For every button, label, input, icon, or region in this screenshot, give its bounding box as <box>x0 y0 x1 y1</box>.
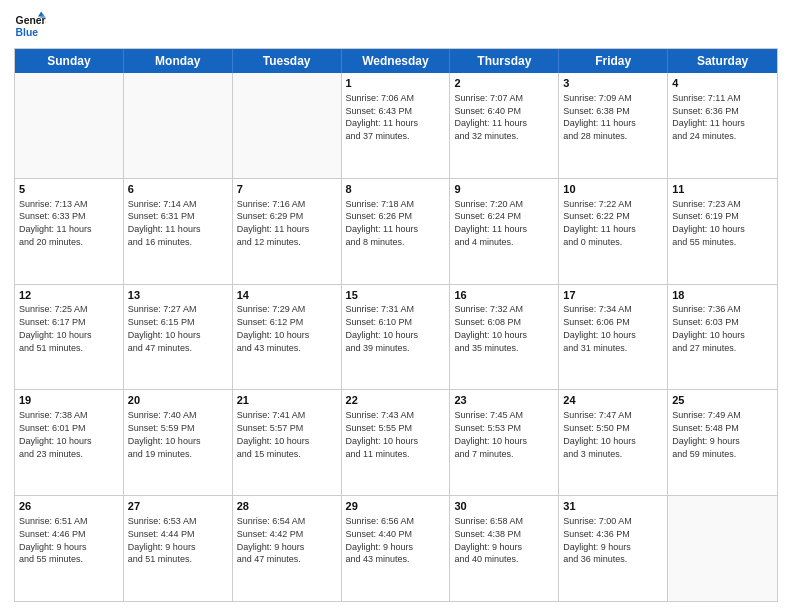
calendar-day-31: 31Sunrise: 7:00 AMSunset: 4:36 PMDayligh… <box>559 496 668 601</box>
day-details: Sunrise: 7:07 AMSunset: 6:40 PMDaylight:… <box>454 93 527 141</box>
calendar-week-5: 26Sunrise: 6:51 AMSunset: 4:46 PMDayligh… <box>15 496 777 601</box>
day-details: Sunrise: 7:14 AMSunset: 6:31 PMDaylight:… <box>128 199 201 247</box>
day-details: Sunrise: 7:47 AMSunset: 5:50 PMDaylight:… <box>563 410 636 458</box>
calendar-day-30: 30Sunrise: 6:58 AMSunset: 4:38 PMDayligh… <box>450 496 559 601</box>
day-details: Sunrise: 6:53 AMSunset: 4:44 PMDaylight:… <box>128 516 197 564</box>
day-number: 10 <box>563 182 663 197</box>
day-number: 24 <box>563 393 663 408</box>
calendar-day-16: 16Sunrise: 7:32 AMSunset: 6:08 PMDayligh… <box>450 285 559 390</box>
day-details: Sunrise: 7:13 AMSunset: 6:33 PMDaylight:… <box>19 199 92 247</box>
calendar-day-21: 21Sunrise: 7:41 AMSunset: 5:57 PMDayligh… <box>233 390 342 495</box>
day-number: 17 <box>563 288 663 303</box>
calendar-day-29: 29Sunrise: 6:56 AMSunset: 4:40 PMDayligh… <box>342 496 451 601</box>
day-details: Sunrise: 7:40 AMSunset: 5:59 PMDaylight:… <box>128 410 201 458</box>
header: General Blue <box>14 10 778 42</box>
day-details: Sunrise: 7:22 AMSunset: 6:22 PMDaylight:… <box>563 199 636 247</box>
calendar-day-empty <box>668 496 777 601</box>
page: General Blue SundayMondayTuesdayWednesda… <box>0 0 792 612</box>
calendar-day-12: 12Sunrise: 7:25 AMSunset: 6:17 PMDayligh… <box>15 285 124 390</box>
calendar-day-22: 22Sunrise: 7:43 AMSunset: 5:55 PMDayligh… <box>342 390 451 495</box>
day-details: Sunrise: 7:43 AMSunset: 5:55 PMDaylight:… <box>346 410 419 458</box>
calendar-week-3: 12Sunrise: 7:25 AMSunset: 6:17 PMDayligh… <box>15 285 777 391</box>
calendar-day-17: 17Sunrise: 7:34 AMSunset: 6:06 PMDayligh… <box>559 285 668 390</box>
day-details: Sunrise: 7:36 AMSunset: 6:03 PMDaylight:… <box>672 304 745 352</box>
day-details: Sunrise: 7:38 AMSunset: 6:01 PMDaylight:… <box>19 410 92 458</box>
day-number: 3 <box>563 76 663 91</box>
day-number: 26 <box>19 499 119 514</box>
calendar-day-10: 10Sunrise: 7:22 AMSunset: 6:22 PMDayligh… <box>559 179 668 284</box>
day-details: Sunrise: 7:16 AMSunset: 6:29 PMDaylight:… <box>237 199 310 247</box>
day-number: 16 <box>454 288 554 303</box>
day-number: 25 <box>672 393 773 408</box>
calendar-day-empty <box>233 73 342 178</box>
calendar-week-2: 5Sunrise: 7:13 AMSunset: 6:33 PMDaylight… <box>15 179 777 285</box>
svg-text:Blue: Blue <box>16 27 39 38</box>
weekday-header-friday: Friday <box>559 49 668 73</box>
weekday-header-monday: Monday <box>124 49 233 73</box>
day-details: Sunrise: 7:31 AMSunset: 6:10 PMDaylight:… <box>346 304 419 352</box>
day-number: 9 <box>454 182 554 197</box>
calendar-day-9: 9Sunrise: 7:20 AMSunset: 6:24 PMDaylight… <box>450 179 559 284</box>
day-details: Sunrise: 6:51 AMSunset: 4:46 PMDaylight:… <box>19 516 88 564</box>
calendar-day-19: 19Sunrise: 7:38 AMSunset: 6:01 PMDayligh… <box>15 390 124 495</box>
calendar-day-14: 14Sunrise: 7:29 AMSunset: 6:12 PMDayligh… <box>233 285 342 390</box>
day-number: 19 <box>19 393 119 408</box>
calendar-day-1: 1Sunrise: 7:06 AMSunset: 6:43 PMDaylight… <box>342 73 451 178</box>
day-number: 20 <box>128 393 228 408</box>
day-number: 2 <box>454 76 554 91</box>
calendar-header: SundayMondayTuesdayWednesdayThursdayFrid… <box>15 49 777 73</box>
day-number: 15 <box>346 288 446 303</box>
calendar-day-6: 6Sunrise: 7:14 AMSunset: 6:31 PMDaylight… <box>124 179 233 284</box>
day-details: Sunrise: 7:20 AMSunset: 6:24 PMDaylight:… <box>454 199 527 247</box>
day-details: Sunrise: 7:09 AMSunset: 6:38 PMDaylight:… <box>563 93 636 141</box>
day-number: 23 <box>454 393 554 408</box>
calendar-day-8: 8Sunrise: 7:18 AMSunset: 6:26 PMDaylight… <box>342 179 451 284</box>
day-number: 27 <box>128 499 228 514</box>
day-number: 30 <box>454 499 554 514</box>
logo: General Blue <box>14 10 46 42</box>
day-details: Sunrise: 6:54 AMSunset: 4:42 PMDaylight:… <box>237 516 306 564</box>
day-details: Sunrise: 7:06 AMSunset: 6:43 PMDaylight:… <box>346 93 419 141</box>
day-number: 12 <box>19 288 119 303</box>
calendar-day-empty <box>124 73 233 178</box>
day-details: Sunrise: 7:11 AMSunset: 6:36 PMDaylight:… <box>672 93 745 141</box>
calendar-day-26: 26Sunrise: 6:51 AMSunset: 4:46 PMDayligh… <box>15 496 124 601</box>
weekday-header-saturday: Saturday <box>668 49 777 73</box>
day-details: Sunrise: 7:34 AMSunset: 6:06 PMDaylight:… <box>563 304 636 352</box>
day-number: 31 <box>563 499 663 514</box>
day-number: 28 <box>237 499 337 514</box>
calendar-day-23: 23Sunrise: 7:45 AMSunset: 5:53 PMDayligh… <box>450 390 559 495</box>
calendar-day-5: 5Sunrise: 7:13 AMSunset: 6:33 PMDaylight… <box>15 179 124 284</box>
day-details: Sunrise: 7:45 AMSunset: 5:53 PMDaylight:… <box>454 410 527 458</box>
day-number: 11 <box>672 182 773 197</box>
day-number: 4 <box>672 76 773 91</box>
day-details: Sunrise: 7:27 AMSunset: 6:15 PMDaylight:… <box>128 304 201 352</box>
calendar-day-20: 20Sunrise: 7:40 AMSunset: 5:59 PMDayligh… <box>124 390 233 495</box>
calendar-day-27: 27Sunrise: 6:53 AMSunset: 4:44 PMDayligh… <box>124 496 233 601</box>
day-number: 18 <box>672 288 773 303</box>
calendar-week-4: 19Sunrise: 7:38 AMSunset: 6:01 PMDayligh… <box>15 390 777 496</box>
day-details: Sunrise: 7:32 AMSunset: 6:08 PMDaylight:… <box>454 304 527 352</box>
day-number: 13 <box>128 288 228 303</box>
day-number: 5 <box>19 182 119 197</box>
calendar-day-3: 3Sunrise: 7:09 AMSunset: 6:38 PMDaylight… <box>559 73 668 178</box>
day-number: 1 <box>346 76 446 91</box>
calendar: SundayMondayTuesdayWednesdayThursdayFrid… <box>14 48 778 602</box>
weekday-header-tuesday: Tuesday <box>233 49 342 73</box>
calendar-day-7: 7Sunrise: 7:16 AMSunset: 6:29 PMDaylight… <box>233 179 342 284</box>
day-number: 22 <box>346 393 446 408</box>
calendar-day-13: 13Sunrise: 7:27 AMSunset: 6:15 PMDayligh… <box>124 285 233 390</box>
calendar-day-11: 11Sunrise: 7:23 AMSunset: 6:19 PMDayligh… <box>668 179 777 284</box>
day-details: Sunrise: 7:18 AMSunset: 6:26 PMDaylight:… <box>346 199 419 247</box>
calendar-day-18: 18Sunrise: 7:36 AMSunset: 6:03 PMDayligh… <box>668 285 777 390</box>
calendar-day-4: 4Sunrise: 7:11 AMSunset: 6:36 PMDaylight… <box>668 73 777 178</box>
logo-icon: General Blue <box>14 10 46 42</box>
day-number: 7 <box>237 182 337 197</box>
calendar-week-1: 1Sunrise: 7:06 AMSunset: 6:43 PMDaylight… <box>15 73 777 179</box>
day-details: Sunrise: 7:41 AMSunset: 5:57 PMDaylight:… <box>237 410 310 458</box>
day-details: Sunrise: 7:49 AMSunset: 5:48 PMDaylight:… <box>672 410 741 458</box>
calendar-day-25: 25Sunrise: 7:49 AMSunset: 5:48 PMDayligh… <box>668 390 777 495</box>
calendar-body: 1Sunrise: 7:06 AMSunset: 6:43 PMDaylight… <box>15 73 777 601</box>
calendar-day-28: 28Sunrise: 6:54 AMSunset: 4:42 PMDayligh… <box>233 496 342 601</box>
day-number: 21 <box>237 393 337 408</box>
